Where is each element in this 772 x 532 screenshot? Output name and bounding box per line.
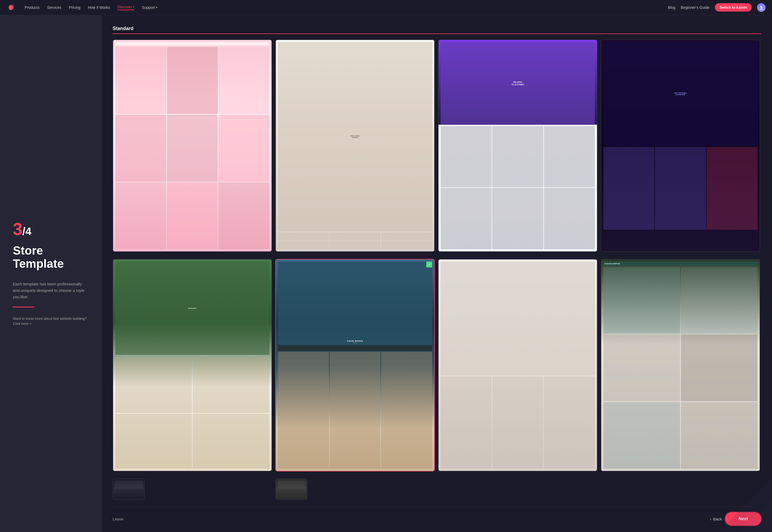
template-card-tech[interactable]: HOLD THE WORLDIN YOUR HAND (601, 39, 760, 252)
template-card-jewelry[interactable] (113, 39, 272, 252)
template-grid: EXCLUSIVESTYLES (113, 39, 761, 503)
template-card-fashion2[interactable] (438, 259, 597, 471)
panel-footer-link[interactable]: Want to know more about fast website bui… (13, 316, 89, 326)
template-card-furniture[interactable]: ELEGANCE FURNITURE (601, 259, 760, 471)
user-icon (759, 5, 764, 10)
logo-icon (6, 3, 16, 12)
svg-point-4 (759, 8, 763, 10)
selected-check-badge: ✓ (426, 262, 432, 267)
template-card-fashion[interactable]: EXCLUSIVESTYLES (275, 39, 435, 252)
nav-pricing[interactable]: Pricing (69, 5, 80, 10)
avatar[interactable] (757, 3, 766, 12)
nav-right: Blog Beginner's Guide Switch to Admin (668, 3, 766, 12)
step-indicator: 3/4 (13, 221, 89, 238)
template-card-dark2[interactable] (275, 478, 307, 500)
red-divider (13, 307, 34, 307)
support-chevron-icon: ▾ (156, 6, 157, 9)
step-total: /4 (23, 225, 31, 237)
leave-button[interactable]: Leave (113, 517, 124, 521)
nav-logo[interactable] (6, 3, 16, 12)
step-current: 3 (13, 220, 23, 239)
panel-description: Each template has been professionally an… (13, 281, 89, 300)
svg-point-3 (760, 6, 762, 8)
section-title: Standard (113, 26, 761, 34)
nav-links: Products Services Pricing How it Works D… (25, 5, 668, 10)
nav-support[interactable]: Support ▾ (142, 5, 157, 10)
template-card-clothing[interactable]: RELATEDTO CLOTHING (438, 39, 597, 252)
nav-beginners-guide[interactable]: Beginner's Guide (681, 5, 710, 10)
template-card-knowwhere[interactable]: ✓ KNOW WHERE collection (275, 259, 435, 471)
discover-chevron-icon: ▾ (133, 5, 134, 8)
back-button[interactable]: ‹ Back (710, 517, 722, 521)
template-card-dark1[interactable] (113, 478, 145, 500)
nav-products[interactable]: Products (25, 5, 39, 10)
left-panel: 3/4 Store Template Each template has bee… (0, 15, 102, 532)
nav-services[interactable]: Services (47, 5, 61, 10)
bottom-bar: Leave ‹ Back Next (113, 507, 761, 526)
right-panel: Standard (102, 15, 772, 532)
page-wrapper: 3/4 Store Template Each template has bee… (0, 0, 772, 532)
nav-discover[interactable]: Discover ▾ (117, 5, 134, 10)
template-card-outdoor[interactable]: destination Lorem ipsum text here (113, 259, 272, 471)
nav-blog[interactable]: Blog (668, 5, 675, 10)
switch-to-admin-button[interactable]: Switch to Admin (715, 3, 752, 12)
nav-how-it-works[interactable]: How it Works (88, 5, 110, 10)
panel-title: Store Template (13, 244, 89, 270)
nav-actions: ‹ Back Next (710, 512, 761, 526)
back-chevron-icon: ‹ (710, 517, 711, 521)
navbar: Products Services Pricing How it Works D… (0, 0, 772, 15)
next-button[interactable]: Next (725, 512, 761, 526)
